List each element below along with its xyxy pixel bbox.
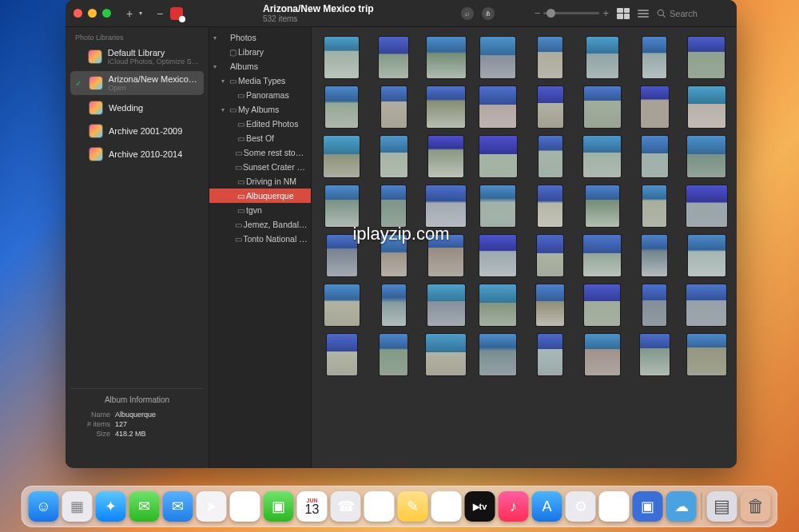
tree-node-driving-in-nm[interactable]: ▭Driving in NM [209, 174, 311, 189]
search-field[interactable]: Search [657, 9, 729, 18]
grid-view-button[interactable] [617, 8, 630, 19]
photo-thumbnail[interactable] [479, 235, 516, 276]
dock-app-chrome[interactable]: ◉ [599, 491, 630, 522]
photo-thumbnail[interactable] [427, 37, 466, 78]
chevron-down-icon[interactable]: ▾ [133, 10, 148, 17]
zoom-slider[interactable]: − + [535, 7, 609, 19]
photo-thumbnail[interactable] [327, 235, 357, 276]
photo-thumbnail[interactable] [380, 136, 407, 177]
photo-thumbnail[interactable] [688, 37, 725, 78]
dock-app-appstore[interactable]: A [532, 491, 562, 522]
photo-thumbnail[interactable] [536, 284, 564, 326]
dock-app-calendar[interactable]: JUN13 [297, 491, 328, 522]
photo-thumbnail[interactable] [686, 185, 727, 227]
photo-thumbnail[interactable] [583, 235, 621, 276]
photo-thumbnail[interactable] [427, 86, 465, 128]
photo-thumbnail[interactable] [324, 136, 360, 177]
tree-node-tonto-national-for-[interactable]: ▭Tonto National For… [209, 232, 311, 246]
slider-thumb[interactable] [547, 9, 555, 18]
photo-thumbnail[interactable] [479, 86, 516, 128]
library-item-4[interactable]: ✓ Archive 2010-2014 [70, 144, 204, 165]
tree-node-library[interactable]: ▢Library [209, 45, 311, 59]
photo-thumbnail[interactable] [538, 86, 563, 128]
photo-thumbnail[interactable] [325, 86, 358, 128]
library-item-0[interactable]: ✓ Default LibraryiCloud Photos, Optimize… [70, 45, 204, 69]
library-item-1[interactable]: ✓ Arizona/New Mexico tripOpen [70, 71, 204, 95]
photo-thumbnail[interactable] [539, 136, 562, 177]
dock-app-safari[interactable]: ✦ [96, 491, 126, 522]
disclosure-icon[interactable]: ▾ [211, 63, 219, 70]
remove-button[interactable]: − [153, 7, 167, 20]
dock-app-app2[interactable]: ☁ [666, 491, 697, 522]
dock-recent-doc[interactable]: ▤ [707, 491, 737, 522]
photo-thumbnail[interactable] [381, 235, 407, 276]
photo-thumbnail[interactable] [537, 235, 563, 276]
photo-thumbnail[interactable] [640, 334, 670, 375]
tree-node-tgvn[interactable]: ▭tgvn [209, 203, 311, 217]
dock-app-tv[interactable]: ▶tv [465, 491, 495, 522]
photo-thumbnail[interactable] [686, 284, 726, 326]
tree-node-jemez-bandalier-[interactable]: ▭Jemez, Bandalier,… [209, 217, 311, 232]
tree-node-media-types[interactable]: ▾▭Media Types [209, 73, 311, 88]
search-scope-icon[interactable]: ⌕ [461, 7, 474, 20]
photo-thumbnail[interactable] [687, 334, 726, 375]
photo-thumbnail[interactable] [324, 284, 360, 326]
tree-node-albums[interactable]: ▾Albums [209, 59, 311, 73]
photo-thumbnail[interactable] [642, 284, 666, 326]
photo-thumbnail[interactable] [428, 136, 463, 177]
photo-thumbnail[interactable] [642, 37, 666, 78]
dock-app-messages[interactable]: ✉ [129, 491, 160, 522]
dock-app-reminders[interactable]: ☰ [364, 491, 395, 522]
dock-app-notes[interactable]: ✎ [398, 491, 428, 522]
photo-thumbnail[interactable] [381, 185, 406, 227]
photo-thumbnail[interactable] [538, 334, 562, 375]
photo-thumbnail[interactable] [583, 136, 621, 177]
dock-app-music[interactable]: ♪ [499, 491, 529, 522]
tree-node-sunset-crater-w-[interactable]: ▭Sunset Crater & W… [209, 160, 311, 174]
photo-thumbnail[interactable] [480, 37, 515, 78]
minimize-button[interactable] [88, 9, 97, 18]
photo-thumbnail[interactable] [325, 185, 359, 227]
photo-thumbnail[interactable] [479, 284, 516, 326]
dock-app-preview[interactable]: ▣ [633, 491, 663, 522]
slider-track[interactable] [543, 12, 599, 14]
library-item-2[interactable]: ✓ Wedding [70, 97, 204, 118]
photo-thumbnail[interactable] [479, 136, 517, 177]
photo-thumbnail[interactable] [479, 334, 516, 375]
tree-node-edited-photos[interactable]: ▭Edited Photos [209, 117, 311, 131]
photo-thumbnail[interactable] [642, 185, 666, 227]
dock-app-photos[interactable]: ✿ [230, 491, 260, 522]
dock-app-facetime[interactable]: ▣ [264, 491, 294, 522]
photo-thumbnail[interactable] [584, 86, 621, 128]
library-item-3[interactable]: ✓ Archive 2001-2009 [70, 121, 204, 141]
zoom-button[interactable] [102, 9, 111, 18]
photo-thumbnail[interactable] [538, 37, 562, 78]
photo-thumbnail[interactable] [480, 185, 515, 227]
photo-thumbnail[interactable] [426, 334, 466, 375]
person-icon[interactable]: ⋔ [482, 7, 495, 20]
zoom-out-icon[interactable]: − [535, 7, 541, 19]
photo-thumbnail[interactable] [687, 136, 725, 177]
close-button[interactable] [74, 9, 82, 18]
photo-thumbnail[interactable] [428, 235, 463, 276]
photo-thumbnail[interactable] [379, 37, 408, 78]
photo-thumbnail[interactable] [642, 136, 668, 177]
photo-thumbnail[interactable] [642, 235, 667, 276]
disclosure-icon[interactable]: ▾ [211, 34, 219, 42]
dock-app-settings[interactable]: ⚙ [566, 491, 596, 522]
dock-app-contacts[interactable]: ☎ [331, 491, 361, 522]
photo-thumbnail[interactable] [641, 86, 669, 128]
photo-thumbnail[interactable] [324, 37, 359, 78]
tree-node-panoramas[interactable]: ▭Panoramas [209, 88, 311, 102]
photo-thumbnail[interactable] [586, 185, 619, 227]
library-badge-icon[interactable] [170, 7, 183, 20]
photo-thumbnail[interactable] [585, 334, 620, 375]
photo-thumbnail[interactable] [427, 284, 465, 326]
photo-thumbnail[interactable] [382, 284, 406, 326]
tree-node-best-of[interactable]: ▭Best Of [209, 131, 311, 145]
photo-thumbnail[interactable] [688, 235, 725, 276]
photo-thumbnail[interactable] [688, 86, 725, 128]
list-view-button[interactable] [638, 10, 649, 18]
dock-app-freeform[interactable]: 〰 [431, 491, 462, 522]
dock-app-launchpad[interactable]: ▦ [62, 491, 93, 522]
